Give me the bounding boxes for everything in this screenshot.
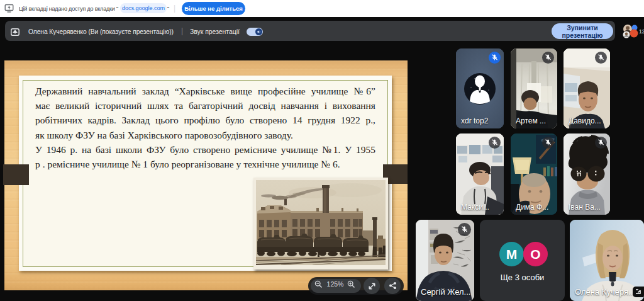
svg-text:12: 12 [639, 28, 644, 35]
